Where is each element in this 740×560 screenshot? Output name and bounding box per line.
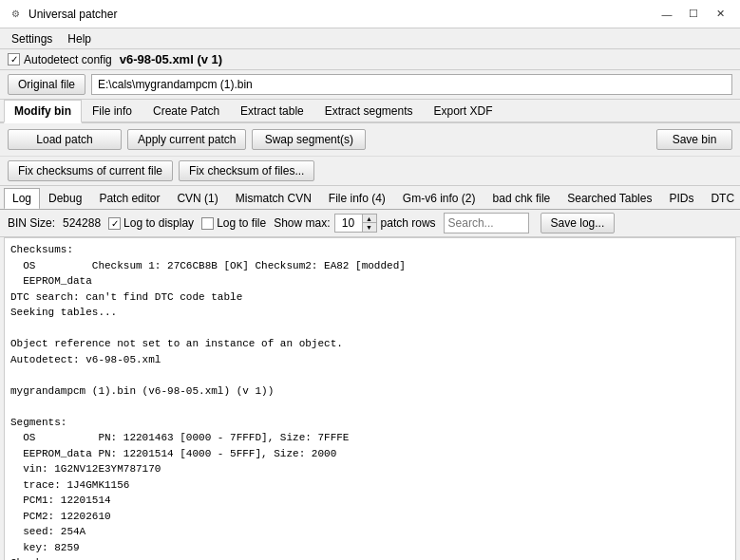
file-row: Original file E:\cals\mygrandampcm (1).b… (0, 70, 740, 100)
toolbar-row1: Load patch Apply current patch Swap segm… (0, 123, 740, 157)
minimize-button[interactable]: — (655, 5, 679, 24)
autodetect-text: Autodetect config (24, 53, 112, 66)
xml-label: v6-98-05.xml (v 1) (120, 52, 222, 66)
show-max-row: Show max: ▲ ▼ patch rows (274, 214, 435, 233)
show-max-label: Show max: (274, 216, 330, 230)
tab-create-patch[interactable]: Create Patch (142, 100, 230, 121)
main-tabs-bar: Modify bin File info Create Patch Extrac… (0, 100, 740, 123)
autodetect-checkbox[interactable]: ✓ (8, 53, 20, 65)
bin-size-label: BIN Size: (8, 216, 55, 230)
inner-tab-gmv6-info[interactable]: Gm-v6 info (2) (394, 188, 484, 209)
inner-tab-searched-tables[interactable]: Searched Tables (559, 188, 660, 209)
autodetect-row: ✓ Autodetect config v6-98-05.xml (v 1) (0, 49, 740, 70)
load-patch-button[interactable]: Load patch (8, 129, 122, 150)
save-log-button[interactable]: Save log... (541, 213, 616, 233)
search-input[interactable] (444, 213, 529, 233)
log-to-display-label[interactable]: ✓ Log to display (108, 216, 194, 230)
log-area[interactable]: Checksums: OS Checksum 1: 27C6CB8B [OK] … (4, 237, 736, 560)
inner-tab-pids[interactable]: PIDs (660, 188, 702, 209)
bin-size-value: 524288 (63, 216, 101, 230)
inner-tab-dtc[interactable]: DTC (702, 188, 740, 209)
save-bin-button[interactable]: Save bin (656, 129, 732, 150)
tab-file-info[interactable]: File info (82, 100, 142, 121)
tab-modify-bin[interactable]: Modify bin (4, 100, 82, 123)
fix-checksum-files-button[interactable]: Fix checksum of files... (179, 160, 314, 181)
menu-settings[interactable]: Settings (4, 30, 60, 47)
inner-tabs-bar: Log Debug Patch editor CVN (1) Mismatch … (0, 186, 740, 210)
inner-tab-patch-editor[interactable]: Patch editor (90, 188, 168, 209)
app-icon: ⚙ (8, 7, 23, 22)
close-button[interactable]: ✕ (708, 5, 732, 24)
spin-up-arrow[interactable]: ▲ (363, 215, 376, 223)
inner-tab-file-info[interactable]: File info (4) (320, 188, 394, 209)
file-path: E:\cals\mygrandampcm (1).bin (91, 74, 732, 95)
tab-extract-table[interactable]: Extract table (230, 100, 314, 121)
inner-tab-log[interactable]: Log (4, 188, 40, 210)
menu-help[interactable]: Help (60, 30, 99, 47)
inner-tab-cvn[interactable]: CVN (1) (168, 188, 226, 209)
tab-extract-segments[interactable]: Extract segments (314, 100, 424, 121)
log-to-display-checkbox[interactable]: ✓ (108, 217, 121, 230)
patch-rows-label: patch rows (381, 216, 436, 230)
fix-checksums-button[interactable]: Fix checksums of current file (8, 160, 173, 181)
tab-export-xdf[interactable]: Export XDF (423, 100, 503, 121)
log-wrapper: Checksums: OS Checksum 1: 27C6CB8B [OK] … (0, 237, 740, 560)
maximize-button[interactable]: ☐ (681, 5, 706, 24)
autodetect-label[interactable]: ✓ Autodetect config (8, 53, 112, 66)
inner-tab-bad-chk[interactable]: bad chk file (484, 188, 560, 209)
swap-segments-button[interactable]: Swap segment(s) (252, 129, 366, 150)
log-to-file-checkbox[interactable] (201, 217, 214, 230)
inner-tab-debug[interactable]: Debug (40, 188, 90, 209)
spinner-buttons: ▲ ▼ (362, 215, 376, 232)
title-controls: — ☐ ✕ (655, 5, 732, 24)
toolbar-row2: Fix checksums of current file Fix checks… (0, 157, 740, 186)
original-file-button[interactable]: Original file (8, 74, 85, 95)
show-max-input[interactable] (335, 215, 362, 232)
log-controls: BIN Size: 524288 ✓ Log to display Log to… (0, 210, 740, 237)
show-max-spinner[interactable]: ▲ ▼ (334, 214, 377, 233)
inner-tab-mismatch-cvn[interactable]: Mismatch CVN (227, 188, 320, 209)
menu-bar: Settings Help (0, 28, 740, 49)
window-title: Universal patcher (28, 8, 655, 21)
spin-down-arrow[interactable]: ▼ (363, 223, 376, 232)
log-to-file-label[interactable]: Log to file (201, 216, 266, 230)
title-bar: ⚙ Universal patcher — ☐ ✕ (0, 0, 740, 28)
apply-patch-button[interactable]: Apply current patch (127, 129, 246, 150)
